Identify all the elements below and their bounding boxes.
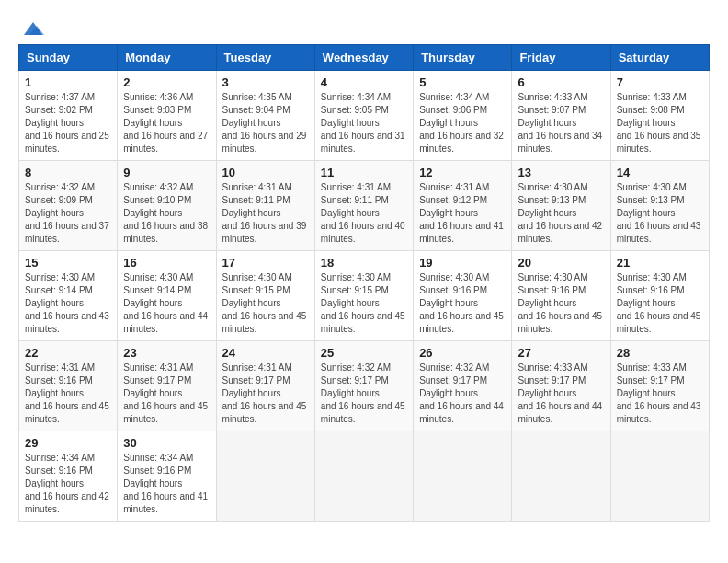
- logo: [18, 18, 46, 35]
- calendar-week-3: 15Sunrise: 4:30 AMSunset: 9:14 PMDayligh…: [19, 251, 710, 341]
- day-info: Sunrise: 4:37 AMSunset: 9:02 PMDaylight …: [25, 91, 111, 155]
- day-number: 17: [222, 256, 309, 270]
- day-number: 19: [419, 256, 506, 270]
- weekday-header-monday: Monday: [118, 45, 216, 71]
- calendar-table: SundayMondayTuesdayWednesdayThursdayFrid…: [18, 44, 710, 522]
- calendar-cell: 4Sunrise: 4:34 AMSunset: 9:05 PMDaylight…: [314, 71, 413, 161]
- day-number: 6: [518, 75, 604, 89]
- calendar-cell: 1Sunrise: 4:37 AMSunset: 9:02 PMDaylight…: [19, 71, 118, 161]
- day-number: 9: [123, 166, 210, 179]
- day-info: Sunrise: 4:30 AMSunset: 9:14 PMDaylight …: [25, 271, 111, 336]
- day-number: 25: [321, 346, 407, 360]
- day-number: 22: [25, 346, 111, 360]
- calendar-cell: 5Sunrise: 4:34 AMSunset: 9:06 PMDaylight…: [414, 71, 512, 161]
- weekday-header-tuesday: Tuesday: [216, 45, 314, 71]
- calendar-cell: 10Sunrise: 4:31 AMSunset: 9:11 PMDayligh…: [216, 161, 314, 251]
- day-info: Sunrise: 4:31 AMSunset: 9:11 PMDaylight …: [222, 181, 309, 246]
- day-number: 11: [321, 166, 407, 179]
- day-info: Sunrise: 4:33 AMSunset: 9:17 PMDaylight …: [617, 362, 703, 426]
- day-info: Sunrise: 4:36 AMSunset: 9:03 PMDaylight …: [123, 91, 210, 155]
- calendar-cell: 27Sunrise: 4:33 AMSunset: 9:17 PMDayligh…: [512, 341, 610, 431]
- day-info: Sunrise: 4:32 AMSunset: 9:17 PMDaylight …: [321, 362, 407, 426]
- day-info: Sunrise: 4:31 AMSunset: 9:17 PMDaylight …: [222, 362, 309, 426]
- calendar-cell: 11Sunrise: 4:31 AMSunset: 9:11 PMDayligh…: [314, 161, 413, 251]
- calendar-cell: [314, 431, 413, 522]
- day-number: 4: [321, 75, 407, 89]
- weekday-header-thursday: Thursday: [414, 45, 512, 71]
- calendar-body: 1Sunrise: 4:37 AMSunset: 9:02 PMDaylight…: [19, 71, 710, 522]
- day-number: 29: [25, 436, 111, 450]
- day-info: Sunrise: 4:30 AMSunset: 9:16 PMDaylight …: [518, 271, 604, 336]
- calendar-cell: 29Sunrise: 4:34 AMSunset: 9:16 PMDayligh…: [19, 431, 118, 522]
- calendar-cell: 8Sunrise: 4:32 AMSunset: 9:09 PMDaylight…: [19, 161, 118, 251]
- day-info: Sunrise: 4:34 AMSunset: 9:16 PMDaylight …: [123, 452, 210, 516]
- day-info: Sunrise: 4:31 AMSunset: 9:12 PMDaylight …: [419, 181, 506, 246]
- day-info: Sunrise: 4:34 AMSunset: 9:05 PMDaylight …: [321, 91, 407, 155]
- calendar-cell: 15Sunrise: 4:30 AMSunset: 9:14 PMDayligh…: [19, 251, 118, 341]
- day-number: 13: [518, 166, 604, 179]
- day-info: Sunrise: 4:32 AMSunset: 9:10 PMDaylight …: [123, 181, 210, 246]
- calendar-cell: 28Sunrise: 4:33 AMSunset: 9:17 PMDayligh…: [610, 341, 709, 431]
- calendar-cell: 23Sunrise: 4:31 AMSunset: 9:17 PMDayligh…: [118, 341, 216, 431]
- day-number: 16: [123, 256, 210, 270]
- calendar-cell: 18Sunrise: 4:30 AMSunset: 9:15 PMDayligh…: [314, 251, 413, 341]
- logo-icon: [20, 18, 46, 39]
- day-info: Sunrise: 4:30 AMSunset: 9:16 PMDaylight …: [419, 271, 506, 336]
- calendar-cell: [414, 431, 512, 522]
- day-info: Sunrise: 4:33 AMSunset: 9:08 PMDaylight …: [617, 91, 703, 155]
- day-info: Sunrise: 4:30 AMSunset: 9:15 PMDaylight …: [222, 271, 309, 336]
- day-number: 8: [25, 166, 111, 179]
- calendar-header-row: SundayMondayTuesdayWednesdayThursdayFrid…: [19, 45, 710, 71]
- day-info: Sunrise: 4:32 AMSunset: 9:17 PMDaylight …: [419, 362, 506, 426]
- day-info: Sunrise: 4:32 AMSunset: 9:09 PMDaylight …: [25, 181, 111, 246]
- calendar-cell: 12Sunrise: 4:31 AMSunset: 9:12 PMDayligh…: [414, 161, 512, 251]
- day-info: Sunrise: 4:33 AMSunset: 9:17 PMDaylight …: [518, 362, 604, 426]
- day-number: 23: [123, 346, 210, 360]
- day-number: 27: [518, 346, 604, 360]
- day-info: Sunrise: 4:31 AMSunset: 9:11 PMDaylight …: [321, 181, 407, 246]
- calendar-week-2: 8Sunrise: 4:32 AMSunset: 9:09 PMDaylight…: [19, 161, 710, 251]
- calendar-cell: 17Sunrise: 4:30 AMSunset: 9:15 PMDayligh…: [216, 251, 314, 341]
- calendar-cell: 13Sunrise: 4:30 AMSunset: 9:13 PMDayligh…: [512, 161, 610, 251]
- day-info: Sunrise: 4:35 AMSunset: 9:04 PMDaylight …: [222, 91, 309, 155]
- calendar-cell: 30Sunrise: 4:34 AMSunset: 9:16 PMDayligh…: [118, 431, 216, 522]
- day-number: 24: [222, 346, 309, 360]
- day-number: 12: [419, 166, 506, 179]
- day-number: 1: [25, 75, 111, 89]
- calendar-cell: [216, 431, 314, 522]
- weekday-header-wednesday: Wednesday: [314, 45, 413, 71]
- day-info: Sunrise: 4:31 AMSunset: 9:17 PMDaylight …: [123, 362, 210, 426]
- calendar-cell: 20Sunrise: 4:30 AMSunset: 9:16 PMDayligh…: [512, 251, 610, 341]
- day-number: 26: [419, 346, 506, 360]
- page-header: [18, 18, 710, 35]
- day-number: 7: [617, 75, 703, 89]
- day-number: 15: [25, 256, 111, 270]
- day-number: 20: [518, 256, 604, 270]
- day-info: Sunrise: 4:34 AMSunset: 9:06 PMDaylight …: [419, 91, 506, 155]
- calendar-cell: 14Sunrise: 4:30 AMSunset: 9:13 PMDayligh…: [610, 161, 709, 251]
- day-number: 30: [123, 436, 210, 450]
- calendar-week-1: 1Sunrise: 4:37 AMSunset: 9:02 PMDaylight…: [19, 71, 710, 161]
- calendar-cell: 16Sunrise: 4:30 AMSunset: 9:14 PMDayligh…: [118, 251, 216, 341]
- calendar-cell: [610, 431, 709, 522]
- day-info: Sunrise: 4:30 AMSunset: 9:13 PMDaylight …: [617, 181, 703, 246]
- day-info: Sunrise: 4:30 AMSunset: 9:13 PMDaylight …: [518, 181, 604, 246]
- weekday-header-sunday: Sunday: [19, 45, 118, 71]
- calendar-cell: [512, 431, 610, 522]
- calendar-cell: 22Sunrise: 4:31 AMSunset: 9:16 PMDayligh…: [19, 341, 118, 431]
- calendar-cell: 26Sunrise: 4:32 AMSunset: 9:17 PMDayligh…: [414, 341, 512, 431]
- weekday-header-saturday: Saturday: [610, 45, 709, 71]
- day-number: 21: [617, 256, 703, 270]
- day-info: Sunrise: 4:33 AMSunset: 9:07 PMDaylight …: [518, 91, 604, 155]
- calendar-cell: 21Sunrise: 4:30 AMSunset: 9:16 PMDayligh…: [610, 251, 709, 341]
- calendar-cell: 9Sunrise: 4:32 AMSunset: 9:10 PMDaylight…: [118, 161, 216, 251]
- calendar-cell: 19Sunrise: 4:30 AMSunset: 9:16 PMDayligh…: [414, 251, 512, 341]
- day-number: 2: [123, 75, 210, 89]
- day-info: Sunrise: 4:34 AMSunset: 9:16 PMDaylight …: [25, 452, 111, 516]
- calendar-cell: 2Sunrise: 4:36 AMSunset: 9:03 PMDaylight…: [118, 71, 216, 161]
- day-info: Sunrise: 4:30 AMSunset: 9:14 PMDaylight …: [123, 271, 210, 336]
- day-number: 28: [617, 346, 703, 360]
- day-info: Sunrise: 4:30 AMSunset: 9:16 PMDaylight …: [617, 271, 703, 336]
- day-number: 3: [222, 75, 309, 89]
- day-number: 5: [419, 75, 506, 89]
